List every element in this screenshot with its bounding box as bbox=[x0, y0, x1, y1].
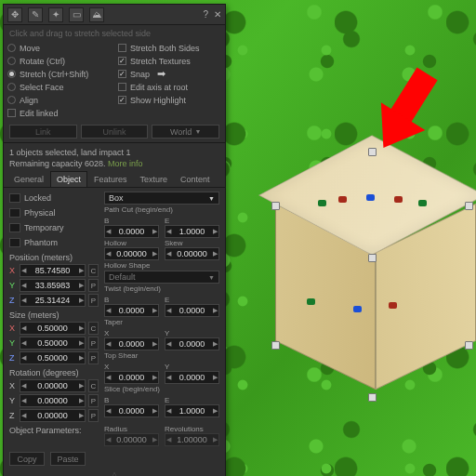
chevron-down-icon: ▼ bbox=[208, 195, 215, 202]
world-menu[interactable]: World ▼ bbox=[152, 125, 219, 139]
unlink-button[interactable]: Unlink bbox=[81, 125, 149, 139]
radio-align[interactable]: Align bbox=[7, 94, 111, 106]
label-obj-params: Object Parameters: bbox=[9, 426, 99, 435]
check-locked[interactable]: Locked bbox=[9, 192, 99, 205]
radio-move[interactable]: Move bbox=[7, 42, 111, 54]
chevron-down-icon: ▼ bbox=[194, 128, 201, 135]
pos-y[interactable]: ◀33.85983▶ bbox=[20, 279, 86, 292]
close-icon[interactable]: ✕ bbox=[214, 9, 221, 20]
check-snap[interactable]: ✓Snap➡ bbox=[118, 68, 221, 80]
label-rotation: Rotation (degrees) bbox=[9, 368, 99, 377]
check-stretch-both[interactable]: Stretch Both Sides bbox=[118, 42, 221, 54]
tool-edit-icon[interactable]: ✎ bbox=[28, 7, 43, 22]
selection-status: 1 objects selected, land impact 1 Remain… bbox=[4, 145, 225, 171]
help-icon[interactable]: ? bbox=[203, 9, 208, 20]
tab-features[interactable]: Features bbox=[87, 171, 134, 187]
paste-button[interactable]: Paste bbox=[50, 452, 86, 466]
pos-x[interactable]: ◀85.74580▶ bbox=[20, 264, 86, 277]
rot-x[interactable]: ◀0.00000▶ bbox=[20, 379, 86, 392]
tab-general[interactable]: General bbox=[7, 171, 50, 187]
check-temporary[interactable]: Temporary bbox=[9, 221, 99, 234]
snap-options-icon[interactable]: ➡ bbox=[157, 68, 165, 80]
tool-create-icon[interactable]: ▭ bbox=[69, 7, 84, 22]
prim-type-select[interactable]: Box▼ bbox=[104, 192, 219, 205]
tool-hint: Click and drag to stretch selected side bbox=[4, 25, 225, 40]
tab-content[interactable]: Content bbox=[174, 171, 217, 187]
build-tools-panel: ✥ ✎ ✦ ▭ ⛰ ? ✕ Click and drag to stretch … bbox=[3, 4, 226, 476]
slice-e[interactable]: ◀1.0000▶ bbox=[165, 404, 219, 417]
taper-y[interactable]: ◀0.0000▶ bbox=[165, 337, 219, 350]
slice-b[interactable]: ◀0.0000▶ bbox=[104, 404, 159, 417]
taper-x[interactable]: ◀0.0000▶ bbox=[104, 337, 159, 350]
resize-grip[interactable]: △ bbox=[4, 469, 225, 476]
check-edit-root[interactable]: Edit axis at root bbox=[118, 81, 221, 93]
link-button[interactable]: Link bbox=[9, 125, 77, 139]
titlebar[interactable]: ✥ ✎ ✦ ▭ ⛰ ? ✕ bbox=[4, 5, 225, 25]
skew[interactable]: ◀0.00000▶ bbox=[165, 247, 219, 260]
check-physical[interactable]: Physical bbox=[9, 206, 99, 219]
check-highlight[interactable]: ✓Show Highlight bbox=[118, 94, 221, 106]
rot-y[interactable]: ◀0.00000▶ bbox=[20, 394, 86, 407]
radio-rotate[interactable]: Rotate (Ctrl) bbox=[7, 55, 111, 67]
check-phantom[interactable]: Phantom bbox=[9, 236, 99, 249]
check-stretch-tex[interactable]: ✓Stretch Textures bbox=[118, 55, 221, 67]
size-z[interactable]: ◀0.50000▶ bbox=[20, 351, 86, 364]
copy-pos[interactable]: C bbox=[88, 264, 99, 277]
check-edit-linked[interactable]: Edit linked bbox=[7, 107, 111, 119]
size-y[interactable]: ◀0.50000▶ bbox=[20, 337, 86, 350]
shear-y[interactable]: ◀0.0000▶ bbox=[165, 371, 219, 384]
size-x[interactable]: ◀0.50000▶ bbox=[20, 322, 86, 335]
paste-pos[interactable]: P bbox=[88, 279, 99, 292]
tool-land-icon[interactable]: ⛰ bbox=[89, 7, 104, 22]
pathcut-e[interactable]: ◀1.0000▶ bbox=[165, 225, 219, 238]
annotation-arrow bbox=[372, 56, 437, 149]
twist-b[interactable]: ◀0.0000▶ bbox=[104, 304, 159, 317]
twist-e[interactable]: ◀0.0000▶ bbox=[165, 304, 219, 317]
shear-x[interactable]: ◀0.0000▶ bbox=[104, 371, 159, 384]
tab-texture[interactable]: Texture bbox=[134, 171, 175, 187]
pathcut-b[interactable]: ◀0.0000▶ bbox=[104, 225, 159, 238]
tab-object[interactable]: Object bbox=[50, 171, 87, 187]
label-size: Size (meters) bbox=[9, 311, 99, 320]
label-position: Position (meters) bbox=[9, 253, 99, 262]
radius[interactable]: ◀0.00000▶ bbox=[104, 433, 159, 446]
tabs: General Object Features Texture Content bbox=[4, 171, 225, 188]
hollow-shape-select[interactable]: Default▼ bbox=[104, 271, 219, 284]
pos-z[interactable]: ◀25.31424▶ bbox=[20, 294, 86, 307]
paste-pos2[interactable]: P bbox=[88, 294, 99, 307]
radio-select-face[interactable]: Select Face bbox=[7, 81, 111, 93]
tool-wand-icon[interactable]: ✦ bbox=[48, 7, 63, 22]
more-info-link[interactable]: More info bbox=[108, 159, 143, 168]
rot-z[interactable]: ◀0.00000▶ bbox=[20, 409, 86, 422]
copy-button[interactable]: Copy bbox=[9, 452, 45, 466]
revolutions[interactable]: ◀1.00000▶ bbox=[165, 433, 219, 446]
radio-stretch[interactable]: Stretch (Ctrl+Shift) bbox=[7, 68, 111, 80]
hollow[interactable]: ◀0.00000▶ bbox=[104, 247, 159, 260]
tool-focus-icon[interactable]: ✥ bbox=[7, 7, 22, 22]
